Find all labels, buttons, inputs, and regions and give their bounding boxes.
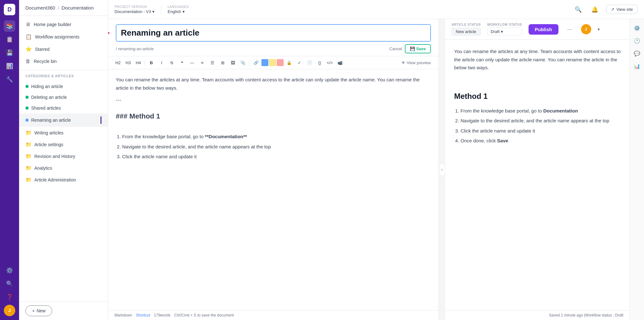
- editor-method-list: From the knowledge base portal, go to **…: [116, 133, 431, 161]
- article-status-group: ARTICLE STATUS New article: [452, 23, 481, 36]
- article-title-input[interactable]: [116, 25, 430, 41]
- dot-shared: [25, 106, 29, 110]
- user-dropdown-chevron[interactable]: ▾: [598, 27, 600, 32]
- toolbar-image[interactable]: 🖼: [228, 58, 238, 67]
- view-site-button[interactable]: ↗ View site: [606, 5, 638, 14]
- breadcrumb-separator: /: [58, 5, 59, 10]
- folder-icon-analytics: 📁: [25, 165, 32, 171]
- sidebar-item-recycle[interactable]: 🗑 Recycle bin: [19, 55, 108, 67]
- article-list: Hiding an article Deleting an article Sh…: [19, 80, 108, 301]
- settings-history-icon[interactable]: 🕐: [632, 36, 642, 46]
- toolbar-sep-2: [249, 59, 250, 66]
- toolbar-link[interactable]: 🔗: [251, 58, 261, 67]
- article-item-settings[interactable]: 📁 Article settings: [19, 139, 108, 150]
- preview-list-item-3: Click the article name and update it: [460, 127, 621, 135]
- nav-icon-tools[interactable]: 🔧: [4, 74, 15, 85]
- breadcrumb-part2: Documentation: [62, 5, 94, 10]
- more-options-button[interactable]: ···: [565, 25, 575, 34]
- starred-label: Starred: [35, 47, 50, 52]
- sidebar-item-starred[interactable]: ⭐ Starred: [19, 43, 108, 55]
- categories-label: CATEGORIES & ARTICLES: [19, 70, 108, 80]
- editor-content[interactable]: You can rename the articles at any time.…: [108, 69, 439, 310]
- toolbar-ul[interactable]: ≡: [197, 58, 207, 67]
- article-item-shared[interactable]: Shared articles: [19, 103, 108, 113]
- toolbar-doc[interactable]: 📄: [305, 58, 314, 67]
- sidebar-header: Document360 / Documentation: [19, 0, 108, 16]
- sidebar-item-home-page[interactable]: 🖥 Home page builder: [19, 18, 108, 31]
- search-icon[interactable]: 🔍: [573, 4, 583, 15]
- publish-button[interactable]: Publish: [529, 24, 558, 35]
- notification-icon[interactable]: 🔔: [590, 4, 600, 15]
- toolbar-checkmark[interactable]: ✓: [294, 58, 304, 67]
- word-count: 179words: [154, 313, 170, 317]
- article-label-renaming: Renaming an article: [31, 118, 71, 123]
- starred-icon: ⭐: [25, 46, 32, 52]
- settings-comment-icon[interactable]: 💬: [632, 48, 642, 58]
- project-version-select[interactable]: Documentation - V3 ▾: [114, 9, 155, 14]
- home-page-label: Home page builder: [34, 22, 71, 27]
- toolbar-table[interactable]: ⊞: [218, 58, 227, 67]
- dot-deleting: [25, 96, 29, 99]
- right-panel: ARTICLE STATUS New article WORKFLOW STAT…: [445, 19, 630, 320]
- toolbar-code[interactable]: </>: [325, 58, 335, 67]
- nav-icon-library[interactable]: 📚: [4, 20, 15, 32]
- article-item-administration[interactable]: 📁 Article Administration: [19, 174, 108, 186]
- nav-icon-search[interactable]: 🔍: [4, 278, 15, 289]
- toolbar-bold[interactable]: B: [147, 58, 156, 67]
- toolbar-quote[interactable]: ❝: [177, 58, 187, 67]
- markdown-text: Markdown: [114, 313, 132, 317]
- recycle-icon: 🗑: [25, 58, 31, 64]
- collapse-sidebar-button[interactable]: «: [439, 163, 445, 176]
- article-item-hiding[interactable]: Hiding an article: [19, 81, 108, 92]
- languages-select[interactable]: English ▾: [168, 9, 189, 14]
- toolbar-sep-1: [145, 59, 145, 66]
- toolbar-video[interactable]: 📹: [335, 58, 345, 67]
- view-preview-button[interactable]: 👁 View preview: [399, 59, 433, 66]
- breadcrumb-part1: Document360: [25, 5, 55, 10]
- sidebar-item-workflow[interactable]: 📋 Workflow assignments: [19, 31, 108, 43]
- editor-toolbar: H2 H3 H4 B I S ❝ — ≡ ☰ ⊞ 🖼 📎 🔗 🔒: [108, 56, 439, 69]
- workflow-status-select[interactable]: Draft ▾: [487, 28, 522, 36]
- home-page-icon: 🖥: [25, 22, 31, 27]
- article-item-analytics[interactable]: 📁 Analytics: [19, 162, 108, 174]
- nav-icon-save[interactable]: 💾: [4, 47, 15, 58]
- article-item-deleting[interactable]: Deleting an article: [19, 92, 108, 103]
- arrow-indicator: [108, 32, 109, 33]
- new-button-wrap: + New: [19, 301, 108, 320]
- toolbar-color-blue[interactable]: [261, 59, 268, 66]
- preview-list-item-1: From the knowledge base portal, go to Do…: [460, 107, 621, 115]
- preview-list-item-4: Once done, click Save: [460, 137, 621, 145]
- settings-chart-icon[interactable]: 📊: [632, 61, 642, 71]
- article-item-renaming[interactable]: Renaming an article: [19, 113, 108, 127]
- toolbar-strikethrough[interactable]: S: [167, 58, 177, 67]
- toolbar-color-yellow[interactable]: [269, 59, 276, 66]
- nav-icon-analytics[interactable]: 📊: [4, 60, 15, 72]
- settings-gear-icon[interactable]: ⚙️: [632, 23, 642, 33]
- toolbar-h4[interactable]: H4: [134, 58, 143, 67]
- user-avatar-header[interactable]: J: [581, 24, 591, 34]
- cancel-button[interactable]: Cancel: [389, 46, 402, 51]
- arrow-line: [108, 32, 109, 33]
- toolbar-ol[interactable]: ☰: [208, 58, 217, 67]
- toolbar-lock[interactable]: 🔒: [284, 58, 294, 67]
- toolbar-braces[interactable]: {}: [315, 58, 324, 67]
- article-item-writing[interactable]: 📁 Writing articles: [19, 127, 108, 139]
- editor-list-item-2: Navigate to the desired article, and the…: [122, 143, 431, 151]
- article-label-shared: Shared articles: [31, 106, 61, 111]
- toolbar-color-red[interactable]: [277, 59, 284, 66]
- new-article-button[interactable]: + New: [25, 305, 52, 316]
- toolbar-attachment[interactable]: 📎: [238, 58, 248, 67]
- toolbar-h2[interactable]: H2: [113, 58, 123, 67]
- nav-icon-settings[interactable]: ⚙️: [4, 265, 15, 276]
- article-item-revision[interactable]: 📁 Revision and History: [19, 150, 108, 162]
- save-button[interactable]: 💾 Save: [405, 44, 431, 53]
- toolbar-hr[interactable]: —: [187, 58, 197, 67]
- nav-icon-workflows[interactable]: 📋: [4, 34, 15, 45]
- slug-text: / renaming-an-article: [116, 46, 154, 51]
- toolbar-h3[interactable]: H3: [123, 58, 133, 67]
- nav-icon-help[interactable]: ❓: [4, 291, 15, 303]
- app-logo[interactable]: D: [4, 4, 15, 15]
- toolbar-italic[interactable]: I: [157, 58, 166, 67]
- shortcut-link[interactable]: Shortcut: [136, 313, 150, 317]
- user-avatar-sidebar[interactable]: J: [4, 305, 15, 316]
